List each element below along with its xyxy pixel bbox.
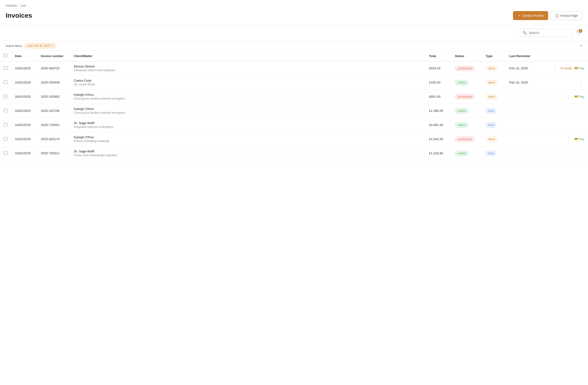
row-total: £4,082.40 [425, 118, 451, 132]
column-actions [536, 51, 588, 61]
page: Invoices › List Invoices ＋ Create invoic… [0, 0, 588, 385]
pay-label: Pay [579, 95, 584, 98]
row-client-name: Elmore Streich [74, 65, 421, 68]
row-status: outstanding [451, 90, 482, 104]
table-row: 16/02/20252025-705611Dr. Sage WolffGrass… [0, 146, 588, 161]
column-invoice-number: Invoice number [37, 51, 70, 61]
table-row: 16/02/20252025-068725Elmore StreichAdvan… [0, 61, 588, 76]
row-status: outstanding [451, 61, 482, 76]
row-type: trust [482, 146, 505, 161]
notify-button[interactable]: ✉ Notify [560, 66, 572, 70]
filter-button[interactable]: ⛉ 1 [574, 29, 582, 37]
table-header-row: Date ↓ Invoice number Client/Matter Tota… [0, 51, 588, 61]
row-client-name: Dr. Sage Wolff [74, 121, 421, 125]
row-actions-cell [536, 104, 588, 118]
row-checkbox[interactable] [4, 95, 7, 98]
status-badge: outstanding [455, 137, 475, 142]
row-actions: ⋮ [540, 80, 584, 86]
row-date: 16/02/2025 [11, 90, 37, 104]
row-type: direct [482, 132, 505, 146]
row-status: settled [451, 146, 482, 161]
column-last-reminder: Last Reminder [505, 51, 536, 61]
row-client-name: Kyleigh O'Kon [74, 107, 421, 111]
row-actions: ⋮💳 Pay [540, 136, 584, 142]
breadcrumb-root[interactable]: Invoices [6, 4, 17, 7]
row-matter: Advanced uniform info-mediaries [74, 69, 421, 72]
invoice-logs-button[interactable]: 📋 Invoice logs [550, 11, 582, 20]
document-icon: 📋 [555, 14, 559, 18]
table-row: 16/02/20252025-823174Kyleigh O'KonRobust… [0, 132, 588, 146]
row-status: settled [451, 76, 482, 90]
row-client-name: Dr. Sage Wolff [74, 150, 421, 153]
row-checkbox[interactable] [4, 81, 7, 84]
row-invoice-number: 2025-559449 [37, 76, 70, 90]
column-date[interactable]: Date ↓ [11, 51, 37, 61]
status-badge: settled [455, 151, 468, 156]
row-checkbox-cell [0, 118, 11, 132]
row-status: outstanding [451, 132, 482, 146]
filter-tag: Until Feb 16, 2025 × [24, 43, 56, 48]
status-badge: settled [455, 80, 468, 85]
row-matter: Integrated regional contingency [74, 125, 421, 129]
invoices-table: Date ↓ Invoice number Client/Matter Tota… [0, 51, 588, 161]
row-actions-cell: ⋮💳 Pay [536, 132, 588, 146]
select-all-checkbox[interactable] [4, 54, 7, 57]
row-matter: 25 London Road [74, 83, 421, 86]
create-invoice-button[interactable]: ＋ Create invoice [513, 11, 548, 20]
column-date-label: Date [15, 54, 21, 58]
row-type: direct [482, 90, 505, 104]
row-last-reminder [505, 104, 536, 118]
type-badge: direct [486, 66, 498, 71]
row-client-matter: Kyleigh O'KonCross-group solution-orient… [70, 90, 425, 104]
type-badge: trust [486, 151, 496, 156]
row-date: 16/02/2025 [11, 146, 37, 161]
row-invoice-number: 2025-823174 [37, 132, 70, 146]
filter-tag-close[interactable]: × [52, 44, 53, 47]
row-checkbox[interactable] [4, 109, 7, 112]
row-last-reminder: Feb 16, 2025 [505, 76, 536, 90]
breadcrumb-current: List [21, 4, 25, 7]
row-client-name: Carlos Cook [74, 79, 421, 82]
row-checkbox[interactable] [4, 137, 7, 141]
row-checkbox[interactable] [4, 123, 7, 126]
toolbar: 🔍 ⛉ 1 [0, 25, 588, 41]
filter-tag-label: Until Feb 16, 2025 [27, 44, 50, 47]
row-checkbox[interactable] [4, 66, 7, 70]
row-last-reminder [505, 132, 536, 146]
row-matter: Cross-group solution-oriented encryption [74, 111, 421, 114]
row-invoice-number: 2025-710051 [37, 118, 70, 132]
row-date: 16/02/2025 [11, 132, 37, 146]
row-last-reminder [505, 90, 536, 104]
header-actions: ＋ Create invoice 📋 Invoice logs [513, 11, 582, 20]
more-actions-button[interactable]: ⋮ [578, 80, 584, 86]
table-body: 16/02/20252025-068725Elmore StreichAdvan… [0, 61, 588, 161]
row-total: £1,368.00 [425, 104, 451, 118]
row-actions: ⋮✉ Notify💳 Pay [540, 65, 584, 71]
row-checkbox-cell [0, 104, 11, 118]
row-matter: Grass-roots leadingedge migration [74, 154, 421, 157]
pay-icon: 💳 [574, 66, 578, 70]
invoice-logs-label: Invoice logs [560, 14, 578, 18]
row-total: £801.60 [425, 90, 451, 104]
row-date: 16/02/2025 [11, 61, 37, 76]
pay-button[interactable]: 💳 Pay [574, 95, 584, 98]
row-checkbox-cell [0, 61, 11, 76]
more-actions-button[interactable]: ⋮ [552, 65, 558, 71]
more-actions-button[interactable]: ⋮ [566, 94, 572, 100]
search-input[interactable] [520, 29, 572, 37]
plus-icon: ＋ [518, 13, 521, 18]
row-last-reminder: Feb 16, 2025 [505, 61, 536, 76]
row-checkbox[interactable] [4, 151, 7, 155]
pay-label: Pay [579, 137, 584, 141]
pay-button[interactable]: 💳 Pay [574, 66, 584, 70]
breadcrumb-separator: › [18, 4, 19, 7]
row-client-name: Kyleigh O'Kon [74, 93, 421, 97]
more-actions-button[interactable]: ⋮ [566, 136, 572, 142]
row-type: direct [482, 76, 505, 90]
active-filters-bar: Active filters Until Feb 16, 2025 × × [0, 41, 588, 51]
type-badge: direct [486, 94, 498, 99]
pay-button[interactable]: 💳 Pay [574, 137, 584, 141]
type-badge: trust [486, 108, 496, 113]
clear-filters-button[interactable]: × [580, 44, 582, 48]
row-matter: Robust motivating challenge [74, 140, 421, 143]
